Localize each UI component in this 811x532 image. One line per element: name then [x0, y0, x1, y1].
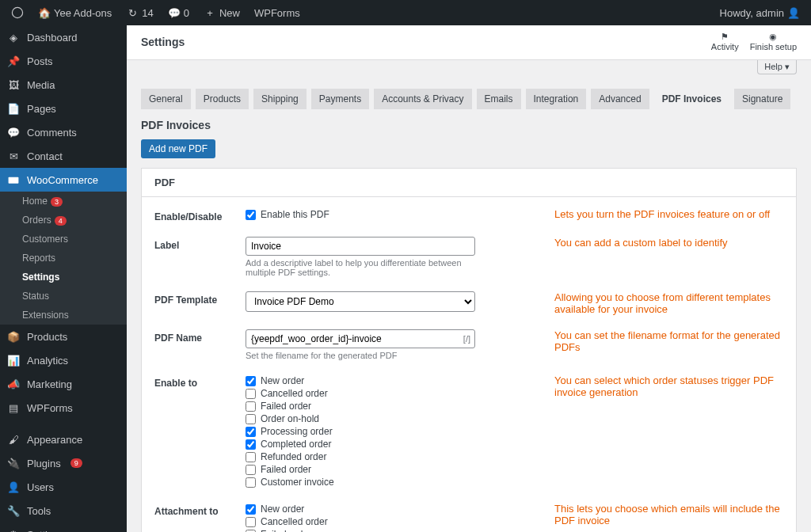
new-content[interactable]: +New [199, 6, 245, 19]
status-checkbox[interactable] [246, 439, 256, 450]
status-option[interactable]: Failed order [246, 528, 475, 532]
status-option[interactable]: Customer invoice [246, 476, 475, 488]
submenu-settings[interactable]: Settings [0, 268, 127, 287]
status-option[interactable]: Order on-hold [246, 412, 475, 425]
users-icon: 👤 [6, 480, 21, 494]
media-icon: 🖼 [6, 78, 21, 92]
status-option[interactable]: Completed order [246, 438, 475, 450]
activity-icon: ⚑ [721, 32, 729, 42]
annotation: You can add a custom label to identify [554, 237, 783, 249]
sidebar-item-plugins[interactable]: 🔌Plugins9 [0, 451, 127, 475]
status-checkbox[interactable] [246, 452, 256, 462]
status-checkbox[interactable] [246, 517, 256, 527]
template-select[interactable]: Invoice PDF Demo [246, 291, 475, 312]
submenu-reports[interactable]: Reports [0, 249, 127, 268]
status-option[interactable]: Refunded order [246, 450, 475, 463]
tab-advanced[interactable]: Advanced [591, 89, 649, 109]
woocommerce-icon [6, 173, 21, 187]
status-option[interactable]: New order [246, 374, 475, 387]
updates[interactable]: ↻14 [121, 6, 158, 19]
template-label: PDF Template [154, 291, 246, 306]
submenu-home[interactable]: Home3 [0, 192, 127, 211]
sidebar-item-appearance[interactable]: 🖌Appearance [0, 428, 127, 451]
sidebar-item-tools[interactable]: 🔧Tools [0, 499, 127, 522]
tab-payments[interactable]: Payments [311, 89, 369, 109]
status-option[interactable]: Failed order [246, 400, 475, 412]
sidebar-item-users[interactable]: 👤Users [0, 475, 127, 499]
sidebar-item-media[interactable]: 🖼Media [0, 73, 127, 97]
home-icon: 🏠 [38, 6, 51, 19]
comments-count[interactable]: 💬0 [163, 6, 194, 19]
finish-icon: ◉ [769, 32, 777, 42]
merge-tag-icon[interactable]: [/] [463, 334, 470, 344]
sidebar-item-settings[interactable]: ⚙Settings [0, 522, 127, 532]
wpforms-link[interactable]: WPForms [249, 7, 305, 19]
status-option[interactable]: New order [246, 503, 475, 515]
comment-icon: 💬 [168, 6, 181, 19]
update-icon: ↻ [126, 6, 139, 19]
sidebar-item-comments[interactable]: 💬Comments [0, 120, 127, 144]
enable-checkbox[interactable] [246, 210, 256, 220]
sidebar-item-pages[interactable]: 📄Pages [0, 97, 127, 120]
products-icon: 📦 [6, 329, 21, 344]
plus-icon: + [204, 6, 216, 19]
settings-icon: ⚙ [6, 527, 21, 532]
submenu-status[interactable]: Status [0, 287, 127, 306]
plugins-icon: 🔌 [6, 456, 21, 470]
annotation: You can set the filename format for the … [554, 329, 783, 353]
sidebar-item-wpforms[interactable]: ▤WPForms [0, 396, 127, 420]
tab-accounts-privacy[interactable]: Accounts & Privacy [374, 89, 471, 109]
status-checkbox[interactable] [246, 477, 256, 488]
enable-label: Enable/Disable [154, 208, 246, 222]
status-option[interactable]: Processing order [246, 425, 475, 438]
submenu-customers[interactable]: Customers [0, 230, 127, 249]
tab-emails[interactable]: Emails [477, 89, 521, 109]
tab-integration[interactable]: Integration [526, 89, 587, 109]
label-input[interactable] [246, 237, 475, 256]
activity-button[interactable]: ⚑Activity [711, 32, 739, 51]
sidebar-item-contact[interactable]: ✉Contact [0, 144, 127, 168]
status-checkbox[interactable] [246, 414, 256, 424]
sidebar-item-dashboard[interactable]: ◈Dashboard [0, 25, 127, 49]
comment-icon: 💬 [6, 125, 21, 139]
status-checkbox[interactable] [246, 376, 256, 386]
sidebar-item-posts[interactable]: 📌Posts [0, 49, 127, 73]
status-option[interactable]: Cancelled order [246, 387, 475, 400]
sidebar-item-marketing[interactable]: 📣Marketing [0, 372, 127, 396]
add-new-pdf-button[interactable]: Add new PDF [141, 139, 215, 158]
analytics-icon: 📊 [6, 353, 21, 367]
submenu-orders[interactable]: Orders4 [0, 211, 127, 230]
tab-signature[interactable]: Signature [734, 89, 790, 109]
status-checkbox[interactable] [246, 401, 256, 412]
enable-to-label: Enable to [154, 374, 246, 389]
label-label: Label [154, 237, 246, 251]
sidebar-item-woocommerce[interactable]: WooCommerce [0, 168, 127, 192]
sidebar-item-products[interactable]: 📦Products [0, 325, 127, 348]
badge: 9 [70, 458, 82, 468]
site-name[interactable]: 🏠Yee Add-ons [33, 6, 116, 19]
tab-general[interactable]: General [141, 89, 191, 109]
status-checkbox[interactable] [246, 389, 256, 399]
tab-products[interactable]: Products [196, 89, 249, 109]
tab-pdf-invoices[interactable]: PDF Invoices [654, 89, 729, 109]
tab-shipping[interactable]: Shipping [253, 89, 307, 109]
wp-logo[interactable] [6, 6, 29, 19]
pdf-name-input[interactable] [246, 329, 475, 348]
status-checkbox[interactable] [246, 465, 256, 475]
marketing-icon: 📣 [6, 377, 21, 391]
status-checkbox[interactable] [246, 427, 256, 437]
status-checkbox[interactable] [246, 530, 256, 533]
sidebar-item-analytics[interactable]: 📊Analytics [0, 348, 127, 372]
page-icon: 📄 [6, 101, 21, 116]
finish-setup-button[interactable]: ◉Finish setup [750, 32, 797, 51]
settings-tabs: GeneralProductsShippingPaymentsAccounts … [141, 89, 797, 109]
howdy[interactable]: Howdy, admin 👤 [715, 6, 805, 19]
status-option[interactable]: Failed order [246, 463, 475, 476]
admin-bar: 🏠Yee Add-ons ↻14 💬0 +New WPForms Howdy, … [0, 0, 811, 25]
help-tab[interactable]: Help ▾ [757, 60, 797, 74]
submenu-extensions[interactable]: Extensions [0, 306, 127, 325]
status-option[interactable]: Cancelled order [246, 515, 475, 528]
status-checkbox[interactable] [246, 504, 256, 515]
avatar-icon: 👤 [787, 6, 800, 19]
dashboard-icon: ◈ [6, 30, 21, 44]
